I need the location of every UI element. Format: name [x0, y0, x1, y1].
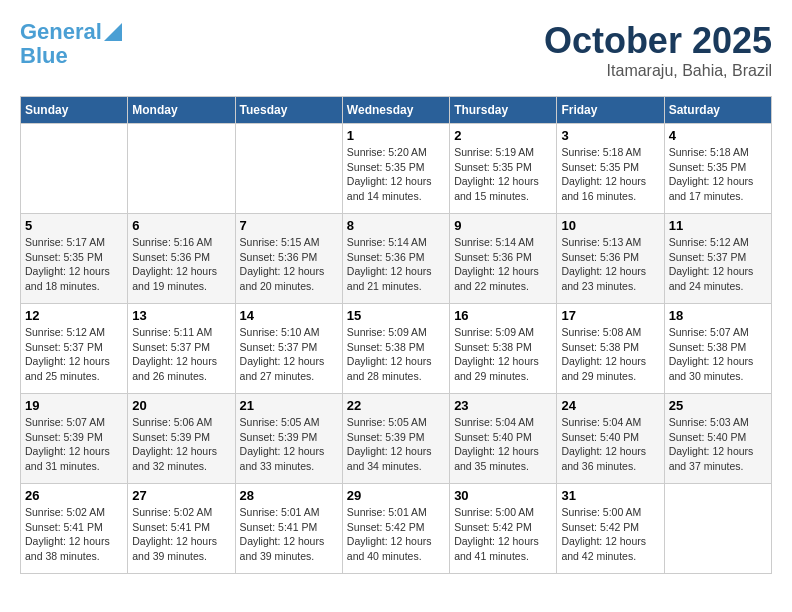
calendar-day-cell: 10Sunrise: 5:13 AM Sunset: 5:36 PM Dayli…	[557, 214, 664, 304]
day-info: Sunrise: 5:01 AM Sunset: 5:42 PM Dayligh…	[347, 505, 445, 564]
day-number: 14	[240, 308, 338, 323]
day-number: 26	[25, 488, 123, 503]
day-info: Sunrise: 5:09 AM Sunset: 5:38 PM Dayligh…	[347, 325, 445, 384]
calendar-day-cell: 19Sunrise: 5:07 AM Sunset: 5:39 PM Dayli…	[21, 394, 128, 484]
weekday-cell: Thursday	[450, 97, 557, 124]
day-info: Sunrise: 5:04 AM Sunset: 5:40 PM Dayligh…	[561, 415, 659, 474]
logo-text: General	[20, 20, 102, 44]
calendar-day-cell: 25Sunrise: 5:03 AM Sunset: 5:40 PM Dayli…	[664, 394, 771, 484]
day-number: 19	[25, 398, 123, 413]
day-info: Sunrise: 5:03 AM Sunset: 5:40 PM Dayligh…	[669, 415, 767, 474]
day-number: 16	[454, 308, 552, 323]
day-info: Sunrise: 5:08 AM Sunset: 5:38 PM Dayligh…	[561, 325, 659, 384]
weekday-cell: Tuesday	[235, 97, 342, 124]
day-info: Sunrise: 5:00 AM Sunset: 5:42 PM Dayligh…	[454, 505, 552, 564]
calendar-day-cell: 28Sunrise: 5:01 AM Sunset: 5:41 PM Dayli…	[235, 484, 342, 574]
calendar-day-cell: 18Sunrise: 5:07 AM Sunset: 5:38 PM Dayli…	[664, 304, 771, 394]
calendar-day-cell: 14Sunrise: 5:10 AM Sunset: 5:37 PM Dayli…	[235, 304, 342, 394]
calendar-week-row: 5Sunrise: 5:17 AM Sunset: 5:35 PM Daylig…	[21, 214, 772, 304]
title-block: October 2025 Itamaraju, Bahia, Brazil	[544, 20, 772, 80]
calendar-week-row: 19Sunrise: 5:07 AM Sunset: 5:39 PM Dayli…	[21, 394, 772, 484]
day-number: 7	[240, 218, 338, 233]
day-info: Sunrise: 5:18 AM Sunset: 5:35 PM Dayligh…	[561, 145, 659, 204]
calendar-day-cell: 7Sunrise: 5:15 AM Sunset: 5:36 PM Daylig…	[235, 214, 342, 304]
weekday-cell: Saturday	[664, 97, 771, 124]
day-info: Sunrise: 5:10 AM Sunset: 5:37 PM Dayligh…	[240, 325, 338, 384]
day-info: Sunrise: 5:17 AM Sunset: 5:35 PM Dayligh…	[25, 235, 123, 294]
day-number: 1	[347, 128, 445, 143]
day-info: Sunrise: 5:05 AM Sunset: 5:39 PM Dayligh…	[347, 415, 445, 474]
day-info: Sunrise: 5:15 AM Sunset: 5:36 PM Dayligh…	[240, 235, 338, 294]
day-info: Sunrise: 5:14 AM Sunset: 5:36 PM Dayligh…	[454, 235, 552, 294]
calendar-day-cell: 9Sunrise: 5:14 AM Sunset: 5:36 PM Daylig…	[450, 214, 557, 304]
logo: General Blue	[20, 20, 122, 68]
day-info: Sunrise: 5:19 AM Sunset: 5:35 PM Dayligh…	[454, 145, 552, 204]
day-number: 21	[240, 398, 338, 413]
day-number: 28	[240, 488, 338, 503]
calendar-day-cell: 6Sunrise: 5:16 AM Sunset: 5:36 PM Daylig…	[128, 214, 235, 304]
day-number: 20	[132, 398, 230, 413]
day-number: 31	[561, 488, 659, 503]
day-info: Sunrise: 5:00 AM Sunset: 5:42 PM Dayligh…	[561, 505, 659, 564]
day-number: 11	[669, 218, 767, 233]
day-number: 22	[347, 398, 445, 413]
weekday-cell: Monday	[128, 97, 235, 124]
day-info: Sunrise: 5:12 AM Sunset: 5:37 PM Dayligh…	[25, 325, 123, 384]
day-info: Sunrise: 5:11 AM Sunset: 5:37 PM Dayligh…	[132, 325, 230, 384]
day-number: 13	[132, 308, 230, 323]
logo-text-blue: Blue	[20, 44, 122, 68]
day-number: 9	[454, 218, 552, 233]
calendar-day-cell: 15Sunrise: 5:09 AM Sunset: 5:38 PM Dayli…	[342, 304, 449, 394]
day-number: 17	[561, 308, 659, 323]
day-info: Sunrise: 5:09 AM Sunset: 5:38 PM Dayligh…	[454, 325, 552, 384]
day-info: Sunrise: 5:06 AM Sunset: 5:39 PM Dayligh…	[132, 415, 230, 474]
weekday-cell: Sunday	[21, 97, 128, 124]
day-number: 30	[454, 488, 552, 503]
calendar-week-row: 12Sunrise: 5:12 AM Sunset: 5:37 PM Dayli…	[21, 304, 772, 394]
weekday-header-row: SundayMondayTuesdayWednesdayThursdayFrid…	[21, 97, 772, 124]
day-info: Sunrise: 5:18 AM Sunset: 5:35 PM Dayligh…	[669, 145, 767, 204]
day-number: 12	[25, 308, 123, 323]
calendar-day-cell: 16Sunrise: 5:09 AM Sunset: 5:38 PM Dayli…	[450, 304, 557, 394]
calendar-day-cell: 2Sunrise: 5:19 AM Sunset: 5:35 PM Daylig…	[450, 124, 557, 214]
day-number: 10	[561, 218, 659, 233]
calendar-day-cell: 23Sunrise: 5:04 AM Sunset: 5:40 PM Dayli…	[450, 394, 557, 484]
day-number: 25	[669, 398, 767, 413]
calendar-day-cell: 12Sunrise: 5:12 AM Sunset: 5:37 PM Dayli…	[21, 304, 128, 394]
calendar-day-cell	[21, 124, 128, 214]
calendar-day-cell: 22Sunrise: 5:05 AM Sunset: 5:39 PM Dayli…	[342, 394, 449, 484]
day-number: 8	[347, 218, 445, 233]
day-number: 6	[132, 218, 230, 233]
day-number: 29	[347, 488, 445, 503]
svg-marker-0	[104, 23, 122, 41]
day-info: Sunrise: 5:04 AM Sunset: 5:40 PM Dayligh…	[454, 415, 552, 474]
day-info: Sunrise: 5:16 AM Sunset: 5:36 PM Dayligh…	[132, 235, 230, 294]
calendar-day-cell: 11Sunrise: 5:12 AM Sunset: 5:37 PM Dayli…	[664, 214, 771, 304]
location-text: Itamaraju, Bahia, Brazil	[544, 62, 772, 80]
day-number: 2	[454, 128, 552, 143]
calendar-table: SundayMondayTuesdayWednesdayThursdayFrid…	[20, 96, 772, 574]
calendar-day-cell: 8Sunrise: 5:14 AM Sunset: 5:36 PM Daylig…	[342, 214, 449, 304]
calendar-day-cell: 31Sunrise: 5:00 AM Sunset: 5:42 PM Dayli…	[557, 484, 664, 574]
calendar-day-cell: 20Sunrise: 5:06 AM Sunset: 5:39 PM Dayli…	[128, 394, 235, 484]
day-info: Sunrise: 5:13 AM Sunset: 5:36 PM Dayligh…	[561, 235, 659, 294]
day-info: Sunrise: 5:01 AM Sunset: 5:41 PM Dayligh…	[240, 505, 338, 564]
calendar-day-cell	[235, 124, 342, 214]
calendar-week-row: 26Sunrise: 5:02 AM Sunset: 5:41 PM Dayli…	[21, 484, 772, 574]
day-info: Sunrise: 5:02 AM Sunset: 5:41 PM Dayligh…	[25, 505, 123, 564]
day-info: Sunrise: 5:07 AM Sunset: 5:38 PM Dayligh…	[669, 325, 767, 384]
page-header: General Blue October 2025 Itamaraju, Bah…	[20, 20, 772, 80]
calendar-body: 1Sunrise: 5:20 AM Sunset: 5:35 PM Daylig…	[21, 124, 772, 574]
calendar-day-cell: 30Sunrise: 5:00 AM Sunset: 5:42 PM Dayli…	[450, 484, 557, 574]
day-info: Sunrise: 5:20 AM Sunset: 5:35 PM Dayligh…	[347, 145, 445, 204]
day-number: 15	[347, 308, 445, 323]
calendar-day-cell: 3Sunrise: 5:18 AM Sunset: 5:35 PM Daylig…	[557, 124, 664, 214]
day-number: 23	[454, 398, 552, 413]
day-number: 3	[561, 128, 659, 143]
calendar-day-cell: 17Sunrise: 5:08 AM Sunset: 5:38 PM Dayli…	[557, 304, 664, 394]
calendar-day-cell: 21Sunrise: 5:05 AM Sunset: 5:39 PM Dayli…	[235, 394, 342, 484]
calendar-week-row: 1Sunrise: 5:20 AM Sunset: 5:35 PM Daylig…	[21, 124, 772, 214]
day-number: 27	[132, 488, 230, 503]
calendar-day-cell: 4Sunrise: 5:18 AM Sunset: 5:35 PM Daylig…	[664, 124, 771, 214]
weekday-cell: Wednesday	[342, 97, 449, 124]
